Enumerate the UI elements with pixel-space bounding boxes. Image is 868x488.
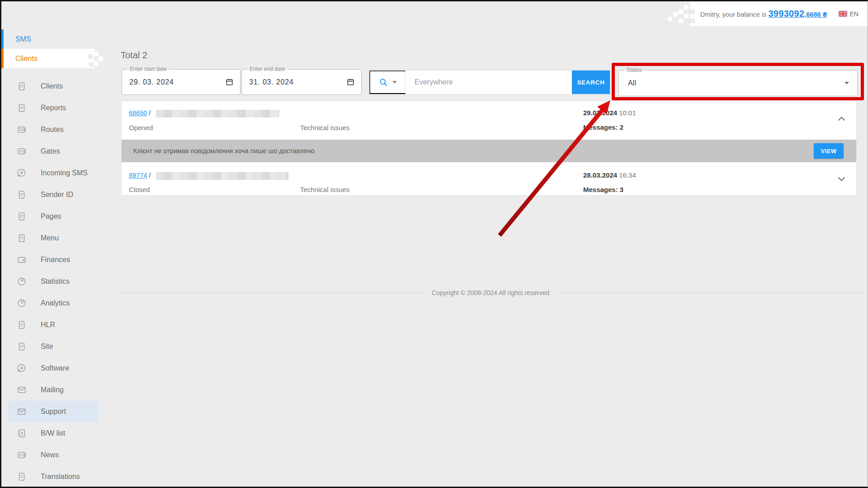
sidebar-item-label: Site bbox=[41, 343, 53, 351]
chevron-down-icon bbox=[392, 81, 397, 84]
sidebar-item-label: Finances bbox=[41, 256, 70, 264]
sidebar-item-b-w-list[interactable]: B/W list bbox=[8, 422, 99, 444]
doc-icon bbox=[17, 320, 27, 330]
tab-clients-label: Clients bbox=[15, 55, 38, 63]
footer: Copyright © 2008-2024 All rights reserve… bbox=[118, 289, 863, 296]
sidebar-item-clients[interactable]: Clients bbox=[8, 75, 99, 97]
sidebar-item-label: Statistics bbox=[41, 277, 70, 286]
header-bar: Dmitry, your balance is 3993092,6686 ₴ E… bbox=[690, 1, 868, 26]
sidebar-item-finances[interactable]: Finances bbox=[8, 249, 99, 271]
ticket-status: Closed bbox=[129, 186, 150, 193]
doc-icon bbox=[17, 190, 27, 200]
sidebar-item-translations[interactable]: Translations bbox=[8, 466, 99, 488]
wallet-icon bbox=[17, 255, 27, 265]
balance-text: Dmitry, your balance is 3993092,6686 ₴ bbox=[700, 9, 827, 19]
status-label: Status bbox=[624, 67, 644, 74]
tickets-panel: 68650 / Opened Technical issues 29.03.20… bbox=[121, 101, 857, 196]
ticket-status: Opened bbox=[129, 124, 153, 131]
checker-decoration bbox=[668, 17, 672, 21]
pie-icon bbox=[17, 277, 27, 286]
sidebar-item-label: Gates bbox=[41, 147, 60, 155]
card-icon bbox=[17, 146, 27, 156]
tab-sms[interactable]: SMS bbox=[1, 29, 99, 49]
sidebar-item-software[interactable]: Software bbox=[8, 357, 99, 379]
doc-icon bbox=[17, 211, 27, 221]
calendar-icon[interactable] bbox=[225, 78, 234, 86]
start-date-value: 29. 03. 2024 bbox=[129, 78, 174, 86]
sidebar-item-news[interactable]: News bbox=[8, 444, 99, 466]
calendar-icon[interactable] bbox=[346, 78, 355, 86]
sidebar-item-site[interactable]: Site bbox=[8, 336, 99, 357]
end-date-value: 31. 03. 2024 bbox=[249, 78, 294, 86]
chevron-up-icon bbox=[838, 117, 845, 121]
doc-icon bbox=[17, 233, 27, 243]
sidebar-item-menu[interactable]: Menu bbox=[8, 227, 99, 249]
start-date-input[interactable]: Enter start date 29. 03. 2024 bbox=[122, 69, 241, 95]
sidebar-item-pages[interactable]: Pages bbox=[8, 206, 99, 227]
balance-link[interactable]: 3993092,6686 ₴ bbox=[768, 11, 827, 18]
total-count: Total 2 bbox=[121, 50, 147, 61]
checker-decoration bbox=[673, 12, 678, 17]
search-button[interactable]: SEARCH bbox=[572, 70, 610, 94]
ticket-time: 10:01 bbox=[619, 109, 636, 117]
sidebar-item-routes[interactable]: Routes bbox=[8, 119, 99, 141]
checker-decoration bbox=[679, 9, 683, 14]
pie-icon bbox=[17, 298, 27, 308]
sidebar-item-gates[interactable]: Gates bbox=[8, 141, 99, 162]
view-button[interactable]: VIEW bbox=[814, 143, 844, 159]
ticket-message-text: Клієнт не отримав повідомлення хоча пише… bbox=[133, 147, 315, 155]
sidebar-item-label: Clients bbox=[41, 82, 63, 90]
sidebar-item-support[interactable]: Support bbox=[8, 401, 99, 422]
sidebar-item-label: Sender ID bbox=[41, 191, 73, 199]
checker-decoration bbox=[690, 9, 695, 14]
sidebar-item-label: Routes bbox=[41, 126, 64, 134]
sidebar-item-sender-id[interactable]: Sender ID bbox=[8, 184, 99, 206]
ticket-date: 28.03.2024 bbox=[583, 171, 617, 179]
sidebar-item-analytics[interactable]: Analytics bbox=[8, 292, 99, 314]
search-icon bbox=[379, 78, 388, 87]
collapse-ticket-button[interactable] bbox=[838, 116, 845, 122]
sidebar-nav: ClientsReportsRoutesGatesIncoming SMSSen… bbox=[8, 75, 99, 488]
envelope-icon bbox=[17, 407, 27, 417]
checker-decoration bbox=[679, 19, 683, 23]
balance-fraction: ,6686 ₴ bbox=[804, 11, 827, 18]
ticket-row[interactable]: 68650 / Opened Technical issues 29.03.20… bbox=[122, 101, 856, 140]
card-icon bbox=[17, 450, 27, 460]
ticket-messages-count: Messages: 2 bbox=[583, 123, 623, 131]
bubble-down-icon bbox=[17, 168, 27, 178]
tab-clients[interactable]: Clients bbox=[1, 49, 94, 68]
sidebar-item-label: Translations bbox=[41, 473, 80, 481]
checker-decoration bbox=[88, 54, 93, 59]
sidebar-item-incoming-sms[interactable]: Incoming SMS bbox=[8, 162, 99, 184]
sidebar-item-label: News bbox=[41, 451, 59, 459]
sidebar-item-hlr[interactable]: HLR bbox=[8, 314, 99, 336]
sidebar-item-label: Support bbox=[41, 408, 66, 416]
status-select[interactable]: Status All bbox=[618, 70, 858, 96]
expand-ticket-button[interactable] bbox=[838, 176, 845, 183]
search-input[interactable] bbox=[406, 70, 572, 94]
doc-icon bbox=[17, 342, 27, 352]
search-scope-button[interactable] bbox=[369, 70, 406, 94]
contact-book-icon bbox=[17, 428, 27, 438]
sidebar-item-label: Analytics bbox=[41, 299, 70, 307]
doc-icon bbox=[17, 103, 27, 113]
sidebar-item-label: Menu bbox=[41, 234, 59, 242]
doc-icon bbox=[17, 81, 27, 91]
sidebar-item-statistics[interactable]: Statistics bbox=[8, 271, 99, 292]
uk-flag-icon bbox=[839, 11, 847, 17]
sidebar-item-reports[interactable]: Reports bbox=[8, 97, 99, 119]
sidebar-item-mailing[interactable]: Mailing bbox=[8, 379, 99, 401]
ticket-id-link[interactable]: 89774 bbox=[129, 172, 147, 179]
checker-decoration bbox=[99, 56, 103, 61]
checker-decoration bbox=[684, 14, 689, 19]
bubble-down-icon bbox=[17, 363, 27, 373]
end-date-input[interactable]: Enter end date 31. 03. 2024 bbox=[241, 69, 362, 95]
ticket-id-link[interactable]: 68650 bbox=[129, 109, 147, 117]
ticket-row[interactable]: 89774 / Closed Technical issues 28.03.20… bbox=[122, 162, 856, 196]
language-switcher[interactable]: EN bbox=[839, 10, 858, 18]
ticket-time: 16:34 bbox=[619, 171, 636, 179]
balance-amount: 3993092 bbox=[768, 9, 804, 19]
ticket-category: Technical issues bbox=[300, 124, 349, 131]
ticket-message-row: Клієнт не отримав повідомлення хоча пише… bbox=[122, 140, 856, 162]
app-window: Dmitry, your balance is 3993092,6686 ₴ E… bbox=[0, 0, 868, 488]
